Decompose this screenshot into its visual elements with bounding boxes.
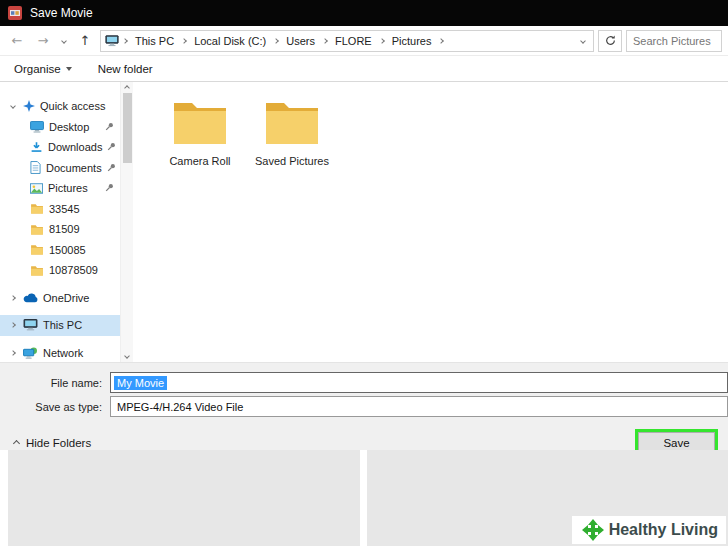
documents-icon — [30, 161, 41, 174]
sidebar-scrollbar[interactable] — [120, 82, 133, 362]
pictures-icon — [30, 183, 43, 194]
caret-down-icon — [66, 67, 72, 71]
save-as-type-row: Save as type: MPEG-4/H.264 Video File — [0, 396, 728, 417]
folder-icon — [172, 98, 228, 146]
this-pc-icon — [23, 319, 38, 331]
folder-icon — [30, 224, 44, 235]
hide-folders-button[interactable]: Hide Folders — [14, 437, 91, 449]
breadcrumb-separator-icon — [122, 39, 128, 43]
address-dropdown-button[interactable] — [577, 39, 589, 43]
expand-chevron[interactable] — [8, 296, 18, 300]
sidebar-item-label: Network — [43, 347, 83, 359]
sidebar-item-label: This PC — [43, 319, 82, 331]
folder-icon — [30, 203, 44, 214]
sidebar-item-network[interactable]: Network — [0, 343, 120, 364]
file-name-label: File name: — [0, 377, 110, 389]
site-watermark: Healthy Living — [572, 516, 726, 544]
scroll-down-icon[interactable] — [124, 353, 130, 359]
organise-button[interactable]: Organise — [14, 63, 72, 75]
folder-icon — [30, 244, 44, 255]
breadcrumb-separator-icon — [379, 39, 385, 43]
network-icon — [23, 347, 38, 359]
breadcrumb-separator-icon — [273, 39, 279, 43]
folder-name: Camera Roll — [169, 155, 230, 167]
pin-icon — [107, 141, 116, 153]
chevron-down-icon — [61, 38, 67, 44]
folder-tile-saved-pictures[interactable]: Saved Pictures — [247, 94, 337, 167]
back-button[interactable]: ← — [6, 30, 28, 52]
sidebar-item-label: 33545 — [49, 203, 80, 215]
save-as-type-dropdown[interactable]: MPEG-4/H.264 Video File — [110, 396, 728, 417]
folder-icon — [264, 98, 320, 146]
folder-icon — [30, 265, 44, 276]
breadcrumb-separator-icon — [438, 39, 444, 43]
breadcrumb-flore[interactable]: FLORE — [331, 33, 376, 49]
history-dropdown-button[interactable] — [58, 30, 70, 52]
chevron-up-icon — [13, 439, 20, 446]
sidebar-item-81509[interactable]: 81509 — [0, 219, 120, 240]
breadcrumb-users[interactable]: Users — [282, 33, 319, 49]
search-placeholder: Search Pictures — [633, 35, 711, 47]
sidebar-item-label: 81509 — [49, 223, 80, 235]
expand-chevron[interactable] — [8, 351, 18, 355]
downloads-icon — [30, 141, 43, 153]
breadcrumb-local-disk[interactable]: Local Disk (C:) — [190, 33, 270, 49]
command-toolbar: Organise New folder — [0, 56, 728, 82]
navigation-pane: Quick access Desktop Downloads — [0, 82, 120, 362]
breadcrumb-this-pc[interactable]: This PC — [131, 33, 178, 49]
breadcrumb-separator-icon — [322, 39, 328, 43]
expand-chevron[interactable] — [8, 323, 18, 327]
sidebar-item-onedrive[interactable]: OneDrive — [0, 288, 120, 309]
sidebar-item-33545[interactable]: 33545 — [0, 199, 120, 220]
save-as-type-value: MPEG-4/H.264 Video File — [117, 401, 243, 413]
expand-chevron[interactable] — [8, 104, 18, 108]
chevron-down-icon — [580, 38, 586, 44]
file-name-row: File name: My Movie — [0, 372, 728, 393]
background-panel-left — [8, 450, 360, 546]
search-input[interactable]: Search Pictures — [626, 30, 722, 52]
sidebar-item-label: 150085 — [49, 244, 86, 256]
sidebar-item-pictures[interactable]: Pictures — [0, 178, 120, 199]
refresh-button[interactable] — [598, 30, 622, 52]
file-name-input[interactable]: My Movie — [110, 372, 728, 393]
this-pc-icon — [105, 35, 119, 47]
folder-tile-camera-roll[interactable]: Camera Roll — [155, 94, 245, 167]
sidebar-item-150085[interactable]: 150085 — [0, 240, 120, 261]
sidebar-item-desktop[interactable]: Desktop — [0, 117, 120, 138]
sidebar-item-10878509[interactable]: 10878509 — [0, 260, 120, 281]
forward-button[interactable]: → — [32, 30, 54, 52]
organise-label: Organise — [14, 63, 61, 75]
sidebar-item-label: Documents — [46, 162, 102, 174]
breadcrumb-separator-icon — [181, 39, 187, 43]
save-movie-dialog: Save Movie ← → ↑ This PC Local Disk (C:)… — [0, 0, 728, 450]
file-list: Camera Roll Saved Pictures — [133, 82, 728, 362]
sidebar-item-label: Pictures — [48, 182, 88, 194]
up-button[interactable]: ↑ — [74, 30, 96, 52]
scrollbar-thumb[interactable] — [123, 93, 132, 163]
navigation-bar: ← → ↑ This PC Local Disk (C:) Users FLOR… — [0, 26, 728, 56]
titlebar: Save Movie — [0, 0, 728, 26]
sidebar-item-downloads[interactable]: Downloads — [0, 137, 120, 158]
sidebar-item-this-pc[interactable]: This PC — [0, 315, 120, 336]
pin-icon — [105, 182, 114, 194]
new-folder-button[interactable]: New folder — [98, 63, 153, 75]
save-form: File name: My Movie Save as type: MPEG-4… — [0, 362, 728, 424]
pin-icon — [105, 121, 114, 133]
desktop-icon — [30, 121, 44, 133]
sidebar-item-quick-access[interactable]: Quick access — [0, 96, 120, 117]
dialog-body: Quick access Desktop Downloads — [0, 82, 728, 362]
breadcrumb-pictures[interactable]: Pictures — [388, 33, 436, 49]
new-folder-label: New folder — [98, 63, 153, 75]
pin-icon — [107, 162, 116, 174]
folder-name: Saved Pictures — [255, 155, 329, 167]
quick-access-icon — [23, 100, 35, 112]
sidebar-item-label: Quick access — [40, 100, 105, 112]
scrollbar-track[interactable] — [121, 90, 133, 354]
sidebar-item-label: Downloads — [48, 141, 102, 153]
sidebar-item-documents[interactable]: Documents — [0, 158, 120, 179]
screenshot-root: Save Movie ← → ↑ This PC Local Disk (C:)… — [0, 0, 728, 546]
sidebar-item-label: OneDrive — [43, 292, 89, 304]
background-page: Healthy Living — [0, 450, 728, 546]
watermark-text: Healthy Living — [609, 521, 718, 539]
address-bar: This PC Local Disk (C:) Users FLORE Pict… — [100, 30, 594, 52]
